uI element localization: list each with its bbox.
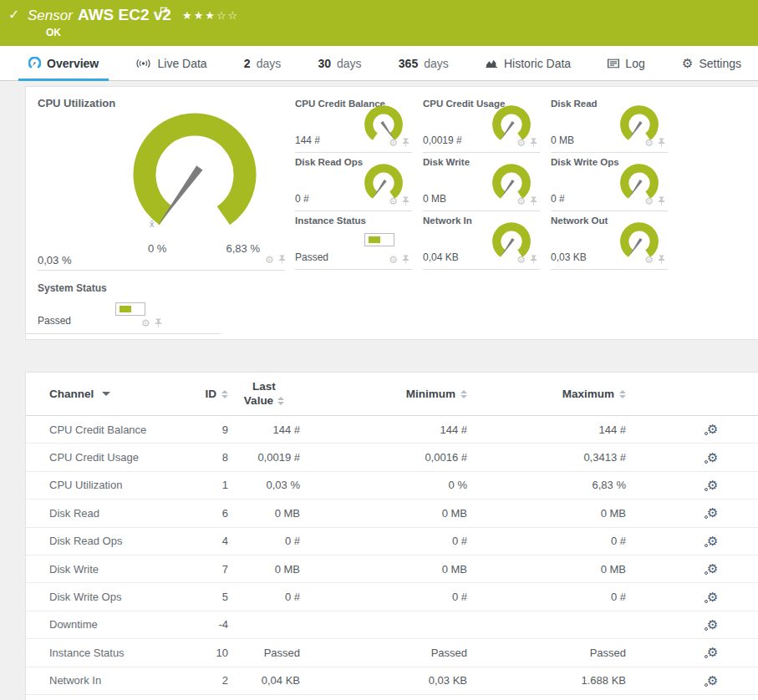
column-header-id[interactable]: ID [183, 388, 228, 400]
pin-icon[interactable] [657, 255, 666, 265]
channel-name[interactable]: Disk Write Ops [49, 591, 183, 603]
pin-icon[interactable] [401, 255, 410, 265]
tab-live-data[interactable]: Live Data [125, 46, 216, 80]
tab-settings[interactable]: ⚙Settings [672, 46, 751, 80]
channel-settings-icon[interactable]: ⚙ [707, 451, 718, 464]
channel-name[interactable]: Disk Read [49, 507, 183, 520]
pin-icon[interactable] [529, 196, 538, 206]
pin-icon[interactable] [277, 255, 287, 265]
tab-30-days[interactable]: 30days [308, 46, 371, 80]
channel-name[interactable]: Disk Write [49, 563, 183, 576]
channel-maximum: 0 MB [467, 563, 626, 576]
status-indicator [115, 302, 145, 316]
sort-icon[interactable] [277, 397, 284, 405]
priority-stars[interactable]: ★★★☆☆ [182, 9, 239, 22]
gear-icon[interactable]: ⚙ [644, 138, 654, 148]
channel-settings-icon[interactable]: ⚙ [707, 591, 718, 603]
channel-id: -4 [183, 618, 228, 631]
gauge-needle [501, 238, 515, 256]
channel-last-value: 0 MB [228, 507, 300, 520]
channel-minimum: 0 % [300, 479, 467, 491]
gauges-card: CPU Utilization x̄ 0 % 6,83 % 0,03 % ⚙ C… [25, 86, 758, 340]
gear-icon[interactable]: ⚙ [389, 138, 398, 148]
gear-icon[interactable]: ⚙ [516, 255, 526, 265]
channel-minimum: 144 # [300, 424, 467, 436]
pin-icon[interactable] [154, 318, 163, 328]
column-header-minimum[interactable]: Minimum [300, 388, 467, 400]
column-header-last-value[interactable]: Last Value [228, 380, 300, 408]
system-status-panel: System Status Passed ⚙ [26, 277, 221, 334]
channel-gauge-value: 0 MB [423, 193, 446, 205]
gear-icon[interactable]: ⚙ [141, 318, 150, 328]
average-marker: x̄ [150, 219, 155, 229]
channel-gauge-title: System Status [38, 282, 107, 294]
channel-settings-icon[interactable]: ⚙ [707, 479, 718, 491]
channel-name[interactable]: Disk Read Ops [49, 535, 183, 547]
channel-settings-icon[interactable]: ⚙ [707, 674, 718, 687]
tab-log[interactable]: Log [598, 46, 654, 80]
channel-settings-icon[interactable]: ⚙ [707, 423, 718, 435]
mini-gauge-panel: Disk Read Ops 0 # ⚙ [295, 153, 412, 211]
channel-id: 7 [183, 563, 228, 576]
tab-2-days[interactable]: 2days [234, 46, 291, 80]
sort-icon[interactable] [460, 390, 467, 398]
tab-overview[interactable]: Overview [18, 46, 109, 80]
panel-icons: ⚙ [644, 196, 666, 206]
channel-name[interactable]: CPU Utilization [49, 479, 183, 491]
sensor-status-text: OK [46, 27, 61, 38]
channel-maximum: Passed [467, 647, 626, 659]
flag-icon[interactable] [160, 7, 168, 17]
sensor-titlebar: ✓ Sensor AWS EC2 v2 ★★★☆☆ OK [0, 0, 758, 46]
pin-icon[interactable] [401, 196, 410, 206]
channel-settings-icon[interactable]: ⚙ [707, 646, 718, 658]
table-row: Instance Status 10 Passed Passed Passed … [26, 639, 758, 667]
tab-number: 2 [244, 57, 251, 70]
channel-name[interactable]: Downtime [49, 618, 183, 631]
panel-icons: ⚙ [389, 196, 410, 206]
channel-maximum: 6,83 % [467, 479, 626, 491]
gear-icon[interactable]: ⚙ [516, 196, 526, 206]
object-kind-label: Sensor [28, 8, 73, 24]
channel-settings-icon[interactable]: ⚙ [707, 618, 718, 631]
gear-icon[interactable]: ⚙ [265, 255, 274, 265]
tab-historic-data[interactable]: Historic Data [476, 46, 581, 80]
tab-label: days [424, 57, 449, 70]
pin-icon[interactable] [401, 138, 410, 148]
tab-365-days[interactable]: 365days [389, 46, 459, 80]
channel-name[interactable]: Network In [49, 674, 183, 687]
channel-gauge-title: Network In [423, 216, 472, 226]
table-row: Disk Write 7 0 MB 0 MB 0 MB ⚙ [26, 555, 758, 583]
mini-gauge-panel: Disk Write 0 MB ⚙ [423, 153, 540, 211]
tab-label: Log [625, 57, 644, 70]
channel-gauge-title: Disk Write [423, 157, 470, 167]
pin-icon[interactable] [529, 255, 538, 265]
channel-name[interactable]: Instance Status [49, 647, 183, 659]
channel-settings-icon[interactable]: ⚙ [707, 506, 718, 519]
gear-icon[interactable]: ⚙ [389, 255, 398, 265]
tab-bar: OverviewLive Data2days30days365daysHisto… [0, 46, 758, 81]
gear-icon[interactable]: ⚙ [644, 255, 654, 265]
stars-empty[interactable]: ☆☆ [216, 9, 239, 22]
gear-icon[interactable]: ⚙ [389, 196, 398, 206]
channel-last-value: 0,04 KB [228, 674, 300, 687]
stars-filled[interactable]: ★★★ [182, 9, 216, 22]
sort-icon[interactable] [619, 390, 626, 398]
sort-icon[interactable] [221, 390, 228, 398]
sort-caret-icon[interactable] [102, 392, 110, 396]
channel-name[interactable]: CPU Credit Balance [49, 424, 183, 436]
pin-icon[interactable] [529, 138, 538, 148]
column-header-channel[interactable]: Channel [49, 388, 183, 400]
gauge-min-label: 0 % [148, 242, 166, 255]
table-body: CPU Credit Balance 9 144 # 144 # 144 # ⚙… [26, 416, 758, 695]
gear-icon[interactable]: ⚙ [644, 196, 654, 206]
gauge-icon [28, 57, 41, 69]
pin-icon[interactable] [657, 138, 666, 148]
channel-settings-icon[interactable]: ⚙ [707, 535, 718, 547]
channel-settings-icon[interactable]: ⚙ [707, 562, 718, 575]
column-header-maximum[interactable]: Maximum [467, 388, 626, 400]
channel-name[interactable]: CPU Credit Usage [49, 451, 183, 464]
gear-icon[interactable]: ⚙ [516, 138, 526, 148]
channel-gauge-value: 0,0019 # [423, 134, 462, 146]
pin-icon[interactable] [657, 196, 666, 206]
gauge-needle [628, 238, 643, 256]
